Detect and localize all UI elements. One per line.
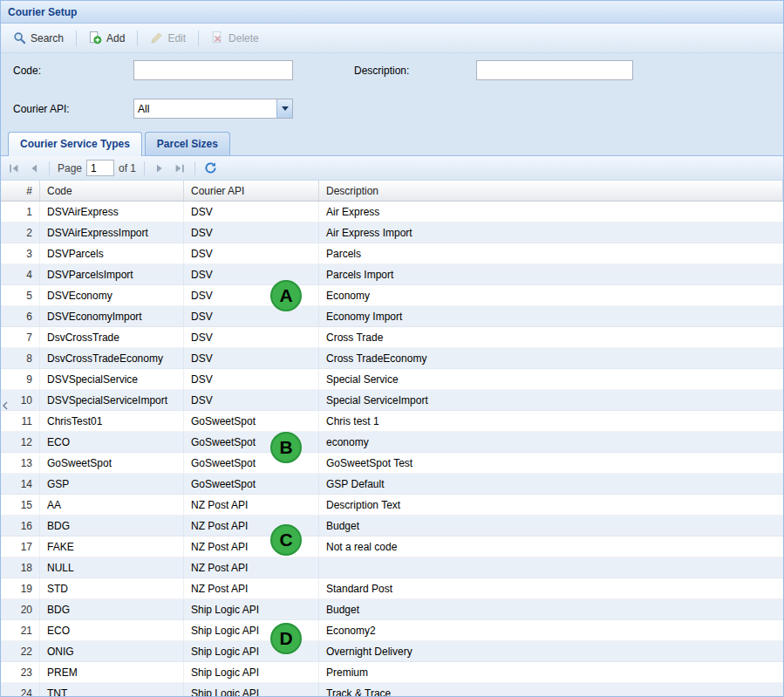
description-input[interactable] — [476, 60, 633, 80]
description-cell: GoSweetSpot Test — [319, 453, 783, 473]
column-header-code[interactable]: Code — [40, 181, 184, 201]
table-row[interactable]: 14GSPGoSweetSpotGSP Default — [1, 474, 783, 495]
courier-api-trigger[interactable] — [276, 99, 292, 118]
description-cell — [319, 557, 783, 577]
pager-separator — [144, 161, 145, 175]
code-cell: GSP — [40, 474, 184, 494]
table-row[interactable]: 20BDGShip Logic APIBudget — [1, 599, 783, 620]
courier-api-cell: NZ Post API — [184, 495, 319, 515]
code-label: Code: — [13, 65, 41, 77]
edit-button[interactable]: Edit — [143, 27, 193, 49]
code-cell: ECO — [40, 432, 184, 452]
code-cell: PREM — [40, 662, 184, 682]
table-row[interactable]: 19STDNZ Post APIStandard Post — [1, 578, 783, 599]
row-number-cell: 7 — [1, 327, 40, 347]
code-cell: STD — [40, 578, 184, 598]
prev-page-button[interactable] — [25, 160, 43, 177]
row-number-cell: 4 — [1, 264, 40, 284]
prev-page-icon — [28, 162, 40, 174]
courier-api-cell: DSV — [184, 306, 319, 326]
table-row[interactable]: 17FAKENZ Post APINot a real code — [1, 536, 783, 557]
description-cell: Budget — [319, 516, 783, 536]
table-row[interactable]: 15AANZ Post APIDescription Text — [1, 495, 783, 516]
tab-label: Parcel Sizes — [157, 138, 218, 150]
courier-api-combo[interactable] — [133, 99, 293, 119]
delete-button[interactable]: Delete — [204, 27, 266, 49]
collapse-handle[interactable] — [1, 393, 9, 418]
first-page-icon — [8, 162, 20, 174]
courier-api-cell: DSV — [184, 243, 319, 263]
code-cell: DsvCrossTrade — [40, 327, 184, 347]
description-cell: Cross Trade — [319, 327, 783, 347]
table-row[interactable]: 16BDGNZ Post APIBudget — [1, 516, 783, 536]
table-row[interactable]: 2DSVAirExpressImportDSVAir Express Impor… — [1, 222, 783, 243]
table-row[interactable]: 22ONIGShip Logic APIOvernight Delivery — [1, 641, 783, 662]
courier-api-cell: DSV — [184, 348, 319, 368]
table-row[interactable]: 3DSVParcelsDSVParcels — [1, 243, 783, 264]
code-cell: DSVAirExpressImport — [40, 222, 184, 243]
first-page-button[interactable] — [5, 160, 23, 177]
annotation-marker-a: A — [270, 280, 302, 311]
description-cell: Special ServiceImport — [319, 390, 783, 410]
row-number-cell: 18 — [1, 557, 40, 577]
code-input[interactable] — [133, 60, 293, 80]
row-number-cell: 2 — [1, 222, 40, 243]
table-row[interactable]: 13GoSweetSpotGoSweetSpotGoSweetSpot Test — [1, 453, 783, 474]
column-header-description[interactable]: Description — [319, 181, 783, 201]
table-row[interactable]: 18NULLNZ Post API — [1, 557, 783, 578]
toolbar-separator — [198, 31, 199, 46]
table-row[interactable]: 5DSVEconomyDSVEconomy — [1, 285, 783, 306]
table-row[interactable]: 8DsvCrossTradeEconomyDSVCross TradeEcono… — [1, 348, 783, 369]
refresh-button[interactable] — [201, 160, 219, 177]
last-page-button[interactable] — [171, 160, 188, 177]
table-row[interactable]: 9DSVSpecialServiceDSVSpecial Service — [1, 369, 783, 390]
edit-icon — [150, 31, 163, 44]
add-button[interactable]: Add — [82, 27, 132, 49]
code-cell: DSVParcelsImport — [40, 264, 184, 284]
table-row[interactable]: 23PREMShip Logic APIPremium — [1, 662, 783, 683]
code-cell: DSVAirExpress — [40, 202, 184, 222]
table-row[interactable]: 24TNTShip Logic APITrack & Trace — [1, 683, 783, 696]
title-bar: Courier Setup — [1, 1, 783, 24]
table-row[interactable]: 21ECOShip Logic APIEconomy2 — [1, 620, 783, 641]
row-number-cell: 12 — [1, 432, 40, 452]
table-row[interactable]: 7DsvCrossTradeDSVCross Trade — [1, 327, 783, 348]
table-row[interactable]: 1DSVAirExpressDSVAir Express — [1, 202, 783, 222]
description-cell: Air Express — [319, 202, 783, 222]
pager-separator — [49, 161, 50, 175]
description-cell: Track & Trace — [319, 683, 783, 696]
tab-courier-service-types[interactable]: Courier Service Types — [8, 132, 142, 156]
table-row[interactable]: 4DSVParcelsImportDSVParcels Import — [1, 264, 783, 285]
tab-parcel-sizes[interactable]: Parcel Sizes — [145, 132, 230, 155]
row-number-cell: 5 — [1, 285, 40, 305]
description-cell: Chris test 1 — [319, 411, 783, 431]
paging-toolbar: Page of 1 — [1, 156, 783, 181]
table-row[interactable]: 10DSVSpecialServiceImportDSVSpecial Serv… — [1, 390, 783, 411]
table-row[interactable]: 6DSVEconomyImportDSVEconomy Import — [1, 306, 783, 327]
description-cell: GSP Default — [319, 474, 783, 494]
table-row[interactable]: 11ChrisTest01GoSweetSpotChris test 1 — [1, 411, 783, 432]
courier-api-cell: Ship Logic API — [184, 662, 319, 682]
description-cell: Not a real code — [319, 536, 783, 557]
description-cell: Cross TradeEconomy — [319, 348, 783, 368]
courier-api-cell: DSV — [184, 369, 319, 389]
courier-api-cell: NZ Post API — [184, 578, 319, 598]
table-row[interactable]: 12ECOGoSweetSpoteconomy — [1, 432, 783, 453]
row-number-cell: 19 — [1, 578, 40, 598]
add-icon — [89, 31, 102, 44]
search-button[interactable]: Search — [6, 27, 71, 49]
description-cell: Budget — [319, 599, 783, 619]
row-number-cell: 8 — [1, 348, 40, 368]
column-header-courier-api[interactable]: Courier API — [184, 181, 319, 201]
description-cell: Parcels Import — [319, 264, 783, 284]
pager-separator — [194, 161, 195, 175]
courier-api-value[interactable] — [134, 99, 276, 118]
next-page-button[interactable] — [151, 160, 168, 177]
page-input[interactable] — [86, 160, 114, 176]
search-button-label: Search — [31, 32, 64, 44]
next-page-icon — [153, 162, 166, 174]
description-cell: Description Text — [319, 495, 783, 515]
code-cell: BDG — [40, 599, 184, 619]
row-number-cell: 16 — [1, 516, 40, 536]
column-header-number[interactable]: # — [1, 181, 40, 201]
